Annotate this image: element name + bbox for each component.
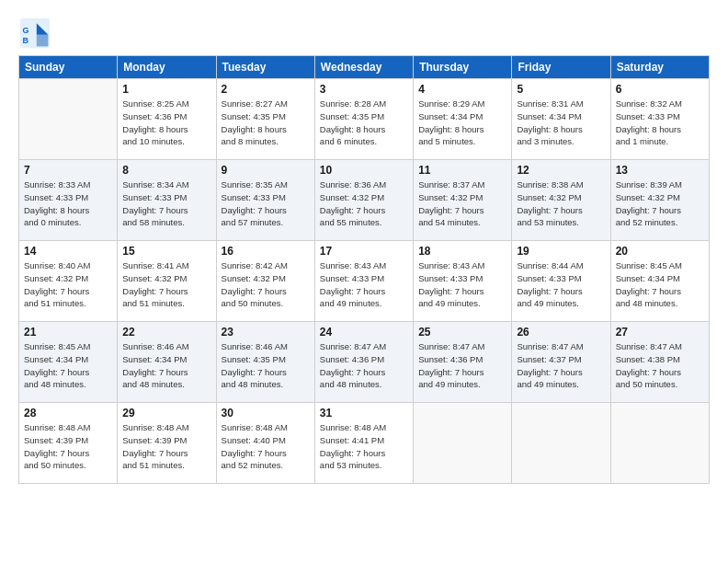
day-number: 17 — [320, 245, 408, 258]
day-detail: Sunrise: 8:43 AM Sunset: 4:33 PM Dayligh… — [418, 259, 506, 310]
calendar-cell — [512, 403, 610, 484]
day-number: 29 — [122, 407, 210, 419]
day-number: 3 — [320, 83, 408, 96]
calendar-cell: 4Sunrise: 8:29 AM Sunset: 4:34 PM Daylig… — [414, 79, 512, 160]
day-number: 27 — [616, 326, 704, 339]
day-detail: Sunrise: 8:28 AM Sunset: 4:35 PM Dayligh… — [320, 98, 408, 148]
col-header-wednesday: Wednesday — [314, 56, 413, 79]
day-number: 19 — [517, 245, 605, 258]
col-header-sunday: Sunday — [19, 56, 118, 79]
day-number: 9 — [222, 164, 310, 177]
col-header-saturday: Saturday — [610, 56, 709, 79]
day-number: 15 — [122, 245, 210, 258]
day-number: 16 — [222, 245, 310, 258]
day-detail: Sunrise: 8:38 AM Sunset: 4:32 PM Dayligh… — [517, 178, 605, 229]
day-number: 5 — [517, 83, 605, 96]
calendar-cell: 15Sunrise: 8:41 AM Sunset: 4:32 PM Dayli… — [118, 241, 216, 322]
day-detail: Sunrise: 8:35 AM Sunset: 4:33 PM Dayligh… — [222, 178, 310, 229]
day-number: 8 — [122, 164, 210, 177]
calendar-cell: 29Sunrise: 8:48 AM Sunset: 4:39 PM Dayli… — [118, 403, 216, 484]
calendar-cell: 22Sunrise: 8:46 AM Sunset: 4:34 PM Dayli… — [118, 322, 216, 403]
day-number: 26 — [517, 326, 605, 339]
day-detail: Sunrise: 8:29 AM Sunset: 4:34 PM Dayligh… — [418, 98, 506, 148]
day-number: 11 — [418, 164, 506, 177]
day-number: 31 — [320, 407, 408, 419]
day-detail: Sunrise: 8:42 AM Sunset: 4:32 PM Dayligh… — [222, 259, 310, 310]
day-number: 24 — [320, 326, 408, 339]
calendar-cell: 1Sunrise: 8:25 AM Sunset: 4:36 PM Daylig… — [118, 79, 216, 160]
calendar-cell: 20Sunrise: 8:45 AM Sunset: 4:34 PM Dayli… — [610, 241, 709, 322]
calendar-cell: 26Sunrise: 8:47 AM Sunset: 4:37 PM Dayli… — [512, 322, 610, 403]
calendar-cell: 8Sunrise: 8:34 AM Sunset: 4:33 PM Daylig… — [118, 160, 216, 241]
col-header-thursday: Thursday — [414, 56, 512, 79]
day-detail: Sunrise: 8:39 AM Sunset: 4:32 PM Dayligh… — [616, 178, 704, 229]
calendar-cell: 21Sunrise: 8:45 AM Sunset: 4:34 PM Dayli… — [19, 322, 118, 403]
calendar-cell: 3Sunrise: 8:28 AM Sunset: 4:35 PM Daylig… — [314, 79, 413, 160]
day-number: 25 — [418, 326, 506, 339]
calendar-cell: 17Sunrise: 8:43 AM Sunset: 4:33 PM Dayli… — [314, 241, 413, 322]
svg-marker-2 — [37, 35, 49, 47]
calendar-week-row: 28Sunrise: 8:48 AM Sunset: 4:39 PM Dayli… — [19, 403, 710, 484]
day-number: 6 — [616, 83, 704, 96]
calendar-cell: 6Sunrise: 8:32 AM Sunset: 4:33 PM Daylig… — [610, 79, 709, 160]
day-detail: Sunrise: 8:31 AM Sunset: 4:34 PM Dayligh… — [517, 98, 605, 148]
day-detail: Sunrise: 8:46 AM Sunset: 4:35 PM Dayligh… — [222, 340, 310, 391]
calendar-cell: 7Sunrise: 8:33 AM Sunset: 4:33 PM Daylig… — [19, 160, 118, 241]
day-number: 22 — [122, 326, 210, 339]
day-detail: Sunrise: 8:47 AM Sunset: 4:38 PM Dayligh… — [616, 340, 704, 391]
day-detail: Sunrise: 8:40 AM Sunset: 4:32 PM Dayligh… — [24, 259, 112, 310]
calendar-header-row: SundayMondayTuesdayWednesdayThursdayFrid… — [19, 56, 710, 79]
day-number: 4 — [418, 83, 506, 96]
calendar-cell: 24Sunrise: 8:47 AM Sunset: 4:36 PM Dayli… — [314, 322, 413, 403]
day-detail: Sunrise: 8:36 AM Sunset: 4:32 PM Dayligh… — [320, 178, 408, 229]
calendar-cell — [19, 79, 118, 160]
day-detail: Sunrise: 8:33 AM Sunset: 4:33 PM Dayligh… — [24, 178, 112, 229]
day-number: 18 — [418, 245, 506, 258]
day-detail: Sunrise: 8:48 AM Sunset: 4:41 PM Dayligh… — [320, 421, 408, 472]
day-number: 10 — [320, 164, 408, 177]
calendar-cell: 25Sunrise: 8:47 AM Sunset: 4:36 PM Dayli… — [414, 322, 512, 403]
day-number: 30 — [222, 407, 310, 419]
day-detail: Sunrise: 8:45 AM Sunset: 4:34 PM Dayligh… — [24, 340, 112, 391]
day-number: 28 — [24, 407, 112, 419]
day-detail: Sunrise: 8:45 AM Sunset: 4:34 PM Dayligh… — [616, 259, 704, 310]
day-number: 13 — [616, 164, 704, 177]
calendar-cell: 11Sunrise: 8:37 AM Sunset: 4:32 PM Dayli… — [414, 160, 512, 241]
day-detail: Sunrise: 8:44 AM Sunset: 4:33 PM Dayligh… — [517, 259, 605, 310]
day-detail: Sunrise: 8:41 AM Sunset: 4:32 PM Dayligh… — [122, 259, 210, 310]
calendar-week-row: 21Sunrise: 8:45 AM Sunset: 4:34 PM Dayli… — [19, 322, 710, 403]
day-number: 2 — [222, 83, 310, 96]
day-detail: Sunrise: 8:47 AM Sunset: 4:36 PM Dayligh… — [418, 340, 506, 391]
calendar-cell: 12Sunrise: 8:38 AM Sunset: 4:32 PM Dayli… — [512, 160, 610, 241]
calendar-cell: 28Sunrise: 8:48 AM Sunset: 4:39 PM Dayli… — [19, 403, 118, 484]
day-number: 20 — [616, 245, 704, 258]
svg-text:B: B — [23, 36, 29, 45]
calendar-cell: 19Sunrise: 8:44 AM Sunset: 4:33 PM Dayli… — [512, 241, 610, 322]
calendar-cell: 10Sunrise: 8:36 AM Sunset: 4:32 PM Dayli… — [314, 160, 413, 241]
calendar-cell: 2Sunrise: 8:27 AM Sunset: 4:35 PM Daylig… — [216, 79, 314, 160]
calendar-cell — [610, 403, 709, 484]
day-number: 1 — [122, 83, 210, 96]
logo-icon: G B — [18, 17, 51, 50]
day-detail: Sunrise: 8:32 AM Sunset: 4:33 PM Dayligh… — [616, 98, 704, 148]
svg-text:G: G — [23, 26, 29, 35]
calendar-cell: 14Sunrise: 8:40 AM Sunset: 4:32 PM Dayli… — [19, 241, 118, 322]
calendar-cell: 16Sunrise: 8:42 AM Sunset: 4:32 PM Dayli… — [216, 241, 314, 322]
day-detail: Sunrise: 8:34 AM Sunset: 4:33 PM Dayligh… — [122, 178, 210, 229]
calendar-table: SundayMondayTuesdayWednesdayThursdayFrid… — [18, 55, 710, 484]
day-detail: Sunrise: 8:48 AM Sunset: 4:40 PM Dayligh… — [222, 421, 310, 472]
calendar-cell: 13Sunrise: 8:39 AM Sunset: 4:32 PM Dayli… — [610, 160, 709, 241]
calendar-cell: 27Sunrise: 8:47 AM Sunset: 4:38 PM Dayli… — [610, 322, 709, 403]
calendar-cell — [414, 403, 512, 484]
calendar-cell: 23Sunrise: 8:46 AM Sunset: 4:35 PM Dayli… — [216, 322, 314, 403]
col-header-friday: Friday — [512, 56, 610, 79]
page: G B SundayMondayTuesdayWednesdayThursday… — [0, 0, 728, 493]
day-number: 7 — [24, 164, 112, 177]
calendar-week-row: 1Sunrise: 8:25 AM Sunset: 4:36 PM Daylig… — [19, 79, 710, 160]
day-detail: Sunrise: 8:43 AM Sunset: 4:33 PM Dayligh… — [320, 259, 408, 310]
calendar-week-row: 7Sunrise: 8:33 AM Sunset: 4:33 PM Daylig… — [19, 160, 710, 241]
day-detail: Sunrise: 8:46 AM Sunset: 4:34 PM Dayligh… — [122, 340, 210, 391]
col-header-tuesday: Tuesday — [216, 56, 314, 79]
logo-area: G B — [18, 17, 55, 50]
day-detail: Sunrise: 8:25 AM Sunset: 4:36 PM Dayligh… — [122, 98, 210, 148]
